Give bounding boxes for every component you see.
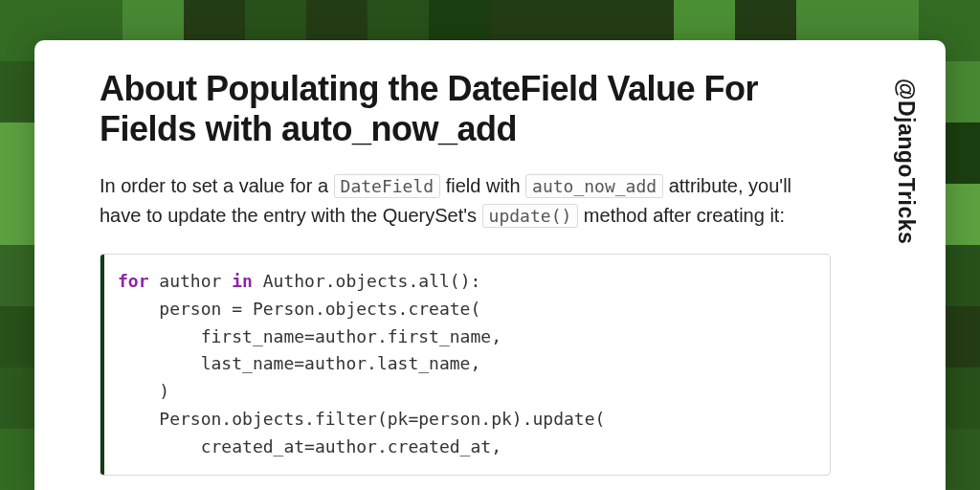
lead-text: field with: [440, 175, 525, 196]
inline-code-datefield: DateField: [334, 174, 441, 198]
author-handle: @DjangoTricks: [893, 78, 919, 244]
article-content: About Populating the DateField Value For…: [100, 69, 831, 490]
lead-text: In order to set a value for a: [100, 175, 334, 196]
code-keyword-in: in: [232, 271, 253, 291]
article-card: @DjangoTricks About Populating the DateF…: [34, 40, 946, 490]
article-lead: In order to set a value for a DateField …: [100, 171, 831, 231]
code-pre: for author in Author.objects.all(): pers…: [118, 268, 813, 461]
inline-code-auto-now-add: auto_now_add: [525, 174, 663, 198]
inline-code-update: update(): [482, 204, 579, 228]
article-title: About Populating the DateField Value For…: [100, 69, 831, 150]
code-keyword-for: for: [118, 271, 149, 291]
lead-text: method after creating it:: [578, 205, 785, 226]
code-block: for author in Author.objects.all(): pers…: [100, 254, 831, 476]
